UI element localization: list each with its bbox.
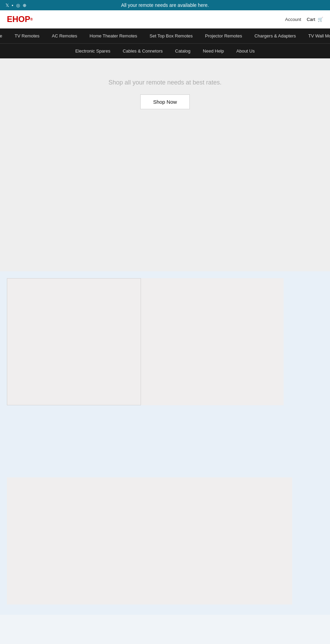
nav-tv-remotes[interactable]: TV Remotes [9, 29, 46, 43]
logo[interactable]: E HOP ® [7, 14, 33, 24]
instagram-icon[interactable]: ◎ [16, 3, 20, 8]
cart-link[interactable]: Cart 🛒 [307, 17, 323, 22]
shop-now-button[interactable]: Shop Now [140, 94, 189, 109]
social-icons: 𝕏 ▪ ◎ ⊕ [6, 3, 26, 8]
card-1 [7, 278, 141, 405]
hero-tagline: Shop all your remote needs at best rates… [108, 79, 221, 86]
nav-projector-remotes[interactable]: Projector Remotes [199, 29, 249, 43]
card-3 [7, 477, 150, 605]
pinterest-icon[interactable]: ⊕ [23, 3, 26, 8]
nav-row-1: Home TV Remotes AC Remotes Home Theater … [0, 29, 330, 43]
hero-section: Shop all your remote needs at best rates… [0, 58, 330, 271]
card-grid-1 [7, 278, 323, 405]
nav-row-2: Electronic Spares Cables & Connetors Cat… [0, 44, 330, 58]
card-grid-2 [7, 477, 323, 605]
nav-cables-connetors[interactable]: Cables & Connetors [117, 44, 169, 58]
nav-chargers-adapters[interactable]: Chargers & Adapters [248, 29, 302, 43]
facebook-icon[interactable]: ▪ [12, 3, 13, 8]
account-link[interactable]: Account [285, 17, 301, 22]
logo-text: E [7, 14, 12, 24]
main-nav: Home TV Remotes AC Remotes Home Theater … [0, 29, 330, 58]
header-actions: Account Cart 🛒 [285, 17, 323, 22]
logo-registered: ® [30, 18, 33, 21]
nav-catalog[interactable]: Catalog [169, 44, 197, 58]
card-2 [141, 278, 284, 405]
nav-home[interactable]: Home [0, 29, 9, 43]
nav-about-us[interactable]: About Us [230, 44, 261, 58]
nav-need-help[interactable]: Need Help [197, 44, 230, 58]
nav-set-top-box-remotes[interactable]: Set Top Box Remotes [143, 29, 199, 43]
site-header: E HOP ® Account Cart 🛒 [0, 10, 330, 29]
logo-rest: HOP [12, 14, 30, 24]
twitter-icon[interactable]: 𝕏 [6, 3, 9, 8]
nav-tv-wall-mounts[interactable]: TV Wall Mounts [302, 29, 330, 43]
lower-section-2 [0, 477, 330, 615]
card-4 [150, 477, 292, 605]
announcement-text: All your remote needs are available here… [121, 2, 209, 8]
nav-home-theater-remotes[interactable]: Home Theater Remotes [84, 29, 144, 43]
lower-section-1 [0, 271, 330, 477]
nav-ac-remotes[interactable]: AC Remotes [46, 29, 84, 43]
announcement-bar: 𝕏 ▪ ◎ ⊕ All your remote needs are availa… [0, 0, 330, 10]
cart-icon: 🛒 [318, 17, 323, 22]
nav-electronic-spares[interactable]: Electronic Spares [69, 44, 117, 58]
